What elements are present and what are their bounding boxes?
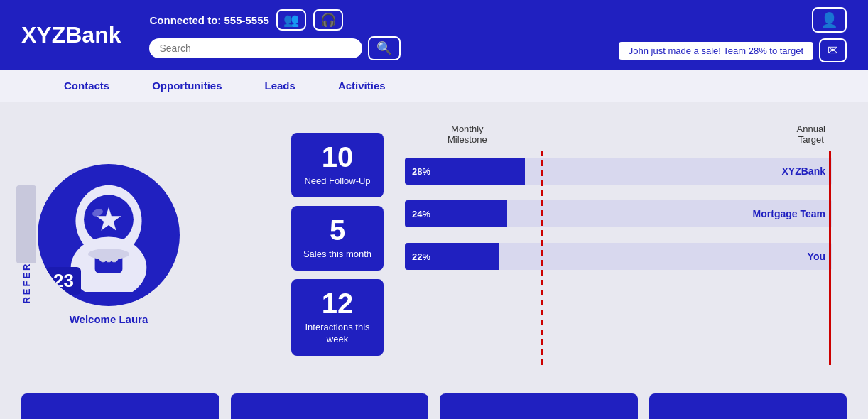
bottom-card-3[interactable] [440, 393, 638, 419]
mail-button[interactable]: ✉ [819, 38, 847, 62]
stat-card-sales: 5 Sales this month [291, 206, 384, 271]
bar-bg-mortgage: 24% Mortgage Team [405, 200, 832, 227]
bottom-card-2[interactable] [231, 393, 429, 419]
logo: XYZBank [21, 22, 121, 48]
avatar-circle: 23 [38, 164, 180, 306]
welcome-text: Welcome Laura [70, 313, 148, 325]
header-center: Connected to: 555-5555 👥 🎧 🔍 [149, 9, 604, 60]
connected-row: Connected to: 555-5555 👥 🎧 [149, 9, 604, 31]
chart-header: MonthlyMilestone AnnualTarget [405, 124, 832, 145]
header-right: 👤 John just made a sale! Team 28% to tar… [619, 7, 847, 62]
bar-row-xyzbank: 28% XYZBank [405, 158, 832, 185]
sales-label: Sales this month [298, 249, 376, 261]
bottom-card-1[interactable] [21, 393, 219, 419]
notification-text: John just made a sale! Team 28% to targe… [619, 42, 813, 60]
bar-fill-you: 22% [405, 243, 499, 270]
chart-bars-area: 28% XYZBank 24% Mortgage Team 22 [405, 151, 832, 365]
annual-target-label: AnnualTarget [797, 124, 825, 145]
chart-panel: MonthlyMilestone AnnualTarget 28% XYZBan… [398, 116, 847, 372]
stats-panel: 10 Need Follow-Up 5 Sales this month 12 … [291, 116, 384, 372]
bar-fill-mortgage: 24% [405, 200, 507, 227]
interactions-number: 12 [298, 289, 376, 317]
you-label: You [808, 251, 825, 262]
mortgage-label: Mortgage Team [753, 208, 825, 219]
xyzbank-pct: 28% [412, 166, 430, 177]
bottom-cards [0, 386, 868, 419]
bar-row-mortgage: 24% Mortgage Team [405, 200, 832, 227]
header: XYZBank Connected to: 555-5555 👥 🎧 🔍 👤 J… [0, 0, 868, 70]
search-row: 🔍 [149, 36, 604, 60]
referral-bar [16, 185, 36, 263]
navigation: Contacts Opportunities Leads Activities [0, 70, 868, 102]
left-panel: REFERRAL POINTS [21, 116, 277, 372]
mortgage-pct: 24% [412, 209, 430, 219]
interactions-label: Interactions this week [298, 322, 376, 346]
monthly-milestone-label: MonthlyMilestone [447, 124, 487, 145]
nav-opportunities[interactable]: Opportunities [131, 70, 243, 102]
nav-activities[interactable]: Activities [317, 70, 407, 102]
main-content: REFERRAL POINTS [0, 102, 868, 386]
you-pct: 22% [412, 251, 430, 262]
headset-icon-button[interactable]: 🎧 [313, 9, 343, 31]
connected-label: Connected to: 555-5555 [149, 14, 268, 26]
sales-number: 5 [298, 216, 376, 244]
points-badge: 23 [46, 267, 81, 295]
profile-button[interactable]: 👤 [812, 7, 847, 33]
bar-fill-xyzbank: 28% [405, 158, 525, 185]
bar-bg-you: 22% You [405, 243, 832, 270]
stat-card-interactions: 12 Interactions this week [291, 279, 384, 356]
bar-row-you: 22% You [405, 243, 832, 270]
nav-leads[interactable]: Leads [244, 70, 317, 102]
bar-bg-xyzbank: 28% XYZBank [405, 158, 832, 185]
annual-target-line [829, 151, 831, 365]
monthly-milestone-line [541, 151, 543, 365]
search-input[interactable] [149, 38, 362, 58]
svg-point-10 [88, 248, 129, 259]
stat-card-followup: 10 Need Follow-Up [291, 133, 384, 197]
followup-number: 10 [298, 143, 376, 171]
search-button[interactable]: 🔍 [368, 36, 401, 60]
bottom-card-4[interactable] [649, 393, 847, 419]
followup-label: Need Follow-Up [298, 175, 376, 187]
xyzbank-label: XYZBank [782, 165, 825, 177]
nav-contacts[interactable]: Contacts [43, 70, 131, 102]
notification-bar: John just made a sale! Team 28% to targe… [619, 38, 847, 62]
group-icon-button[interactable]: 👥 [276, 9, 306, 31]
